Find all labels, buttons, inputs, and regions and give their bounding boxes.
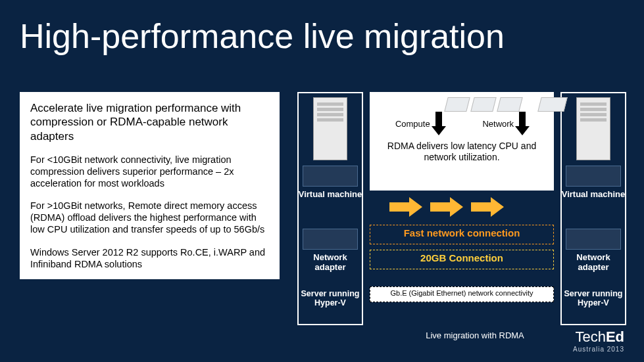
- down-arrow-icon: [516, 112, 528, 135]
- windows-server-paragraph: Windows Server 2012 R2 supports Ro.CE, i…: [30, 246, 269, 270]
- brand-subtext: Australia 2013: [573, 346, 624, 353]
- server-running-label: Server running Hyper-V: [297, 289, 363, 307]
- gbe-connectivity-box: Gb.E (Gigabit Ethernet) network connecti…: [370, 286, 554, 302]
- server-tower-icon: [313, 97, 347, 160]
- transfer-arrows: [389, 197, 504, 217]
- network-adapter-label: Network adapter: [297, 252, 363, 272]
- rdma-paragraph: For >10GBit networks, Remote direct memo…: [30, 200, 269, 235]
- rdma-description: RDMA delivers low latency CPU and networ…: [376, 141, 547, 163]
- source-server-column: Virtual machine Network adapter Server r…: [297, 92, 363, 325]
- compute-label: Compute: [395, 112, 445, 135]
- left-text-panel: Accelerate live migration performance wi…: [20, 92, 280, 279]
- gb-connection-box: 20GB Connection: [370, 250, 554, 269]
- diagram-caption: Live migration with RDMA: [396, 330, 554, 340]
- fast-network-box: Fast network connection: [370, 225, 554, 244]
- vm-box-icon: [566, 166, 621, 187]
- teched-logo: TechEd Australia 2013: [573, 328, 624, 353]
- dest-server-column: Virtual machine Network adapter Server r…: [560, 92, 626, 325]
- server-running-label: Server running Hyper-V: [560, 289, 626, 307]
- rdma-info-card: Compute Network RDMA delivers low latenc…: [370, 92, 554, 191]
- server-tower-icon: [576, 97, 610, 160]
- network-adapter-label: Network adapter: [560, 252, 626, 272]
- vm-box-icon: [303, 166, 358, 187]
- brand-text: TechEd: [573, 328, 624, 346]
- compression-paragraph: For <10GBit network connectivity, live m…: [30, 154, 269, 189]
- vm-label: Virtual machine: [560, 189, 626, 199]
- network-chip-icon: [537, 97, 567, 112]
- right-arrow-icon: [389, 197, 422, 217]
- svg-marker-2: [471, 197, 504, 217]
- svg-marker-0: [389, 197, 422, 217]
- vm-label: Virtual machine: [297, 189, 363, 199]
- svg-marker-1: [430, 197, 463, 217]
- network-adapter-icon: [566, 229, 621, 250]
- right-arrow-icon: [430, 197, 463, 217]
- diagram-area: Virtual machine Network adapter Server r…: [297, 92, 626, 342]
- right-arrow-icon: [471, 197, 504, 217]
- network-adapter-icon: [303, 229, 358, 250]
- intro-paragraph: Accelerate live migration performance wi…: [30, 101, 269, 143]
- down-arrow-icon: [433, 112, 445, 135]
- slide-title: High-performance live migration: [20, 16, 505, 56]
